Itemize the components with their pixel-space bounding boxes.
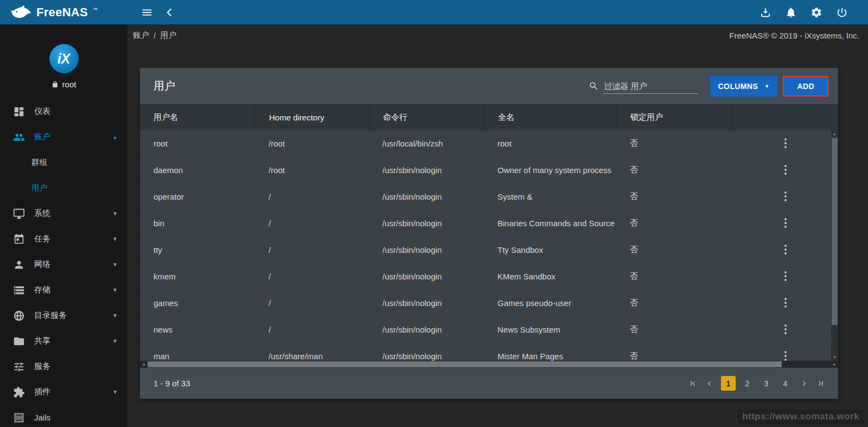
table-row[interactable]: root/root/usr/local/bin/zshroot否 [140, 130, 838, 157]
table-cell: /usr/sbin/nologin [369, 157, 484, 183]
row-menu-icon[interactable] [781, 135, 790, 151]
page-button-4[interactable]: 4 [778, 376, 793, 391]
column-header[interactable]: 用户名 [140, 104, 255, 130]
table-cell: bin [140, 210, 255, 236]
row-actions-cell [732, 130, 838, 156]
first-page-icon[interactable] [686, 377, 699, 390]
table-row[interactable]: news//usr/sbin/nologinNews Subsystem否 [140, 316, 838, 343]
table-row[interactable]: tty//usr/sbin/nologinTty Sandbox否 [140, 237, 838, 263]
sidebar-subitem-label: 群组 [31, 157, 47, 168]
sidebar-item-account[interactable]: 账户▲ [0, 124, 127, 150]
scroll-down-icon[interactable]: ▼ [831, 354, 838, 361]
column-header[interactable]: 锁定用户 [616, 104, 732, 130]
sidebar-item-sharing[interactable]: 共享▼ [0, 328, 127, 354]
vertical-scrollbar-thumb[interactable] [832, 138, 838, 325]
table-cell: News Subsystem [484, 316, 616, 342]
jobs-icon[interactable] [755, 2, 776, 23]
freenas-fish-logo [11, 5, 31, 20]
hamburger-menu-icon[interactable] [136, 2, 158, 23]
table-cell: 否 [616, 210, 732, 236]
page-button-2[interactable]: 2 [740, 376, 755, 391]
page-button-1[interactable]: 1 [721, 376, 736, 391]
horizontal-scrollbar-thumb[interactable] [148, 361, 782, 367]
horizontal-scrollbar[interactable]: ◄ ► [140, 361, 838, 368]
scroll-up-icon[interactable]: ▲ [831, 130, 838, 137]
calendar-icon [13, 233, 25, 245]
watermark-text: https://www.somata.work [738, 410, 864, 424]
main-area: 账户 / 用户 FreeNAS® © 2019 - iXsystems, Inc… [127, 24, 868, 427]
breadcrumb: 账户 / 用户 FreeNAS® © 2019 - iXsystems, Inc… [127, 24, 868, 46]
table-cell: /root [255, 130, 369, 156]
table-cell: 否 [616, 263, 732, 289]
scroll-right-icon[interactable]: ► [831, 361, 838, 368]
column-header[interactable]: Home directory [255, 104, 369, 130]
sidebar-item-tasks[interactable]: 任务▼ [0, 226, 127, 252]
next-page-icon[interactable] [798, 377, 811, 390]
row-menu-icon[interactable] [781, 188, 790, 205]
sidebar-item-directory-services[interactable]: 目录服务▼ [0, 303, 127, 328]
table-header-row: 用户名Home directory命令行全名锁定用户 [140, 104, 838, 130]
table-cell: System & [484, 183, 616, 209]
row-actions-cell [732, 290, 838, 316]
sidebar-subitem-groups[interactable]: 群组 [0, 150, 127, 175]
topbar: FreeNAS ™ [0, 0, 868, 24]
notifications-bell-icon[interactable] [780, 2, 802, 23]
table-row[interactable]: kmem//usr/sbin/nologinKMem Sandbox否 [140, 263, 838, 290]
last-page-icon[interactable] [814, 377, 827, 390]
settings-gear-icon[interactable] [806, 2, 827, 23]
sidebar-item-label: 共享 [34, 336, 50, 346]
table-cell: Games pseudo-user [484, 290, 616, 316]
breadcrumb-item-users[interactable]: 用户 [160, 30, 176, 41]
table-cell: /usr/sbin/nologin [369, 183, 484, 209]
sidebar-item-label: 存储 [34, 285, 50, 295]
sidebar-subitem-users[interactable]: 用户 [0, 175, 127, 201]
copyright-text: FreeNAS® © 2019 - iXsystems, Inc. [729, 31, 859, 40]
row-menu-icon[interactable] [781, 295, 790, 311]
previous-page-icon[interactable] [703, 377, 716, 390]
table-cell: 否 [616, 290, 732, 316]
row-menu-icon[interactable] [781, 215, 790, 231]
sidebar-item-storage[interactable]: 存储▼ [0, 277, 127, 303]
table-cell: /usr/sbin/nologin [369, 237, 484, 263]
add-button[interactable]: ADD [783, 76, 828, 97]
person-icon [13, 259, 25, 271]
sidebar-item-services[interactable]: 服务 [0, 354, 127, 379]
sidebar-item-jails[interactable]: Jails [0, 405, 127, 427]
row-menu-icon[interactable] [781, 321, 790, 337]
table-row[interactable]: daemon/root/usr/sbin/nologinOwner of man… [140, 157, 838, 183]
table-row[interactable]: man/usr/share/man/usr/sbin/nologinMister… [140, 343, 838, 361]
sidebar-item-system[interactable]: 系统▼ [0, 201, 127, 226]
row-menu-icon[interactable] [781, 268, 790, 284]
freenas-brand: FreeNAS ™ [0, 5, 127, 20]
row-menu-icon[interactable] [781, 348, 790, 361]
table-row[interactable]: operator//usr/sbin/nologinSystem &否 [140, 183, 838, 210]
columns-button[interactable]: COLUMNS ▼ [710, 76, 778, 97]
breadcrumb-item-account[interactable]: 账户 [133, 30, 149, 41]
filter-users-input[interactable] [603, 79, 698, 94]
column-header[interactable]: 命令行 [369, 104, 484, 130]
table-row[interactable]: bin//usr/sbin/nologinBinaries Commands a… [140, 210, 838, 237]
table-row[interactable]: games//usr/sbin/nologinGames pseudo-user… [140, 290, 838, 316]
table-cell: Owner of many system process [484, 157, 616, 183]
table-cell: news [140, 316, 255, 342]
storage-icon [13, 284, 25, 296]
chevron-down-icon: ▼ [112, 313, 118, 318]
power-icon[interactable] [831, 2, 853, 23]
collapse-sidebar-icon[interactable] [159, 2, 181, 23]
row-menu-icon[interactable] [781, 162, 790, 178]
table-cell: / [255, 316, 369, 342]
page-button-3[interactable]: 3 [759, 376, 774, 391]
column-header[interactable]: 全名 [484, 104, 616, 130]
table-cell: /usr/local/bin/zsh [369, 130, 484, 156]
sidebar-subitem-label: 用户 [31, 183, 47, 193]
table-cell: /usr/sbin/nologin [369, 316, 484, 342]
row-menu-icon[interactable] [781, 241, 790, 258]
scroll-left-icon[interactable]: ◄ [140, 361, 147, 368]
sidebar-item-dashboard[interactable]: 仪表 [0, 99, 127, 124]
vertical-scrollbar[interactable]: ▲ ▼ [831, 130, 838, 361]
sidebar-item-plugins[interactable]: 插件▼ [0, 379, 127, 405]
sidebar-item-network[interactable]: 网络▼ [0, 252, 127, 277]
table-cell: man [140, 343, 255, 361]
globe-icon [13, 310, 25, 322]
chevron-down-icon: ▼ [112, 287, 118, 293]
